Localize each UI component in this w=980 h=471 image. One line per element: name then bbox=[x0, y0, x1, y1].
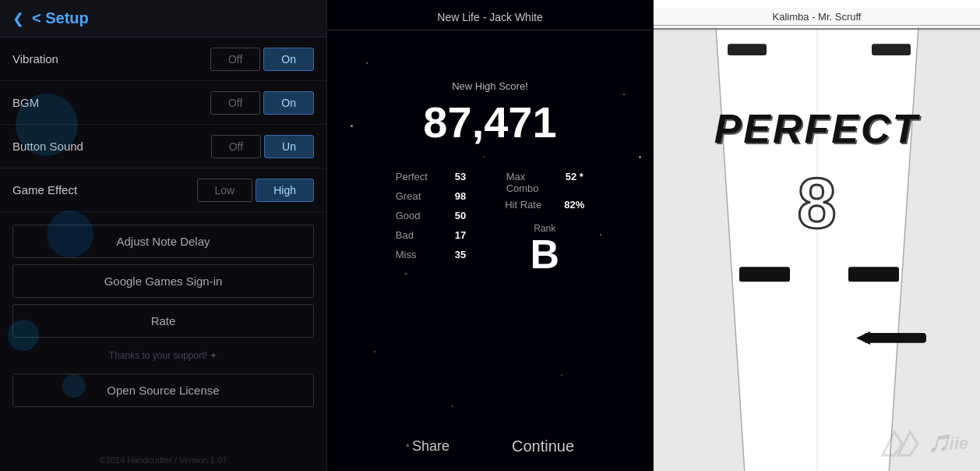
stat-perfect-label: Perfect bbox=[396, 171, 442, 182]
score-high-label: New High Score! bbox=[452, 80, 528, 92]
rate-button[interactable]: Rate bbox=[12, 304, 314, 338]
score-number: 87,471 bbox=[423, 97, 556, 147]
score-stats: Perfect 53 Great 98 Good 50 Bad 17 Miss … bbox=[327, 171, 653, 274]
stats-left-col: Perfect 53 Great 98 Good 50 Bad 17 Miss … bbox=[396, 171, 466, 274]
stat-max-combo-value: 52 * bbox=[566, 171, 583, 194]
watermark-text: 🎵iie bbox=[929, 434, 968, 454]
bgm-on-button[interactable]: On bbox=[263, 91, 314, 115]
vibration-label: Vibration bbox=[12, 52, 210, 66]
setup-title: < Setup bbox=[32, 9, 89, 27]
game-effect-low-button[interactable]: Low bbox=[197, 179, 253, 202]
vibration-row: Vibration Off On bbox=[0, 37, 326, 81]
stat-miss-value: 35 bbox=[455, 249, 466, 260]
vibration-off-button[interactable]: Off bbox=[210, 48, 260, 71]
svg-rect-6 bbox=[728, 44, 767, 55]
svg-rect-8 bbox=[739, 267, 790, 282]
stat-bad: Bad 17 bbox=[396, 229, 466, 241]
stat-bad-value: 17 bbox=[455, 229, 466, 241]
stat-hit-rate: Hit Rate 82% bbox=[505, 199, 584, 211]
watermark: 🎵iie bbox=[879, 428, 968, 459]
setup-header: ❮ < Setup bbox=[0, 0, 326, 37]
bgm-label: BGM bbox=[12, 96, 210, 109]
stat-hit-rate-value: 82% bbox=[564, 199, 584, 211]
button-sound-toggle: Off Un bbox=[211, 135, 314, 158]
button-sound-off-button[interactable]: Off bbox=[211, 135, 261, 158]
svg-rect-7 bbox=[872, 44, 911, 55]
rank-letter: B bbox=[530, 234, 559, 274]
watermark-logo bbox=[879, 428, 925, 459]
share-label: Share bbox=[412, 438, 449, 454]
stat-perfect: Perfect 53 bbox=[396, 171, 466, 182]
share-button[interactable]: Share bbox=[406, 438, 449, 455]
stat-miss-label: Miss bbox=[396, 249, 442, 260]
score-actions: Share Continue bbox=[406, 437, 574, 455]
vibration-on-button[interactable]: On bbox=[263, 48, 314, 71]
stats-right-col: Max Combo 52 * Hit Rate 82% Rank B bbox=[505, 171, 584, 274]
stat-max-combo: Max Combo 52 * bbox=[506, 171, 583, 194]
thanks-text: Thanks to your support! ✦ bbox=[0, 344, 326, 367]
stat-hit-rate-label: Hit Rate bbox=[505, 199, 552, 211]
score-panel: New Life - Jack White New High Score! 87… bbox=[327, 0, 654, 471]
stat-great-value: 98 bbox=[455, 190, 466, 202]
stat-great: Great 98 bbox=[396, 190, 466, 202]
game-title-divider bbox=[654, 25, 980, 26]
vibration-toggle: Off On bbox=[210, 48, 314, 71]
perfect-text: PERFECT bbox=[714, 105, 920, 152]
stat-great-label: Great bbox=[396, 190, 442, 202]
google-games-signin-button[interactable]: Google Games Sign-in bbox=[12, 264, 314, 298]
stat-perfect-value: 53 bbox=[455, 171, 466, 182]
stat-bad-label: Bad bbox=[396, 229, 442, 241]
bgm-off-button[interactable]: Off bbox=[210, 91, 260, 115]
score-song-title: New Life - Jack White bbox=[437, 0, 542, 27]
version-text: ©2014 Handcrafter / Version 1.07 bbox=[0, 455, 326, 465]
bgm-row: BGM Off On bbox=[0, 81, 326, 125]
adjust-note-delay-button[interactable]: Adjust Note Delay bbox=[12, 225, 314, 258]
track-svg bbox=[654, 27, 980, 471]
score-separator bbox=[327, 30, 653, 30]
svg-rect-9 bbox=[848, 267, 899, 282]
continue-button[interactable]: Continue bbox=[512, 437, 574, 455]
button-sound-on-button[interactable]: Un bbox=[264, 135, 314, 158]
track-container: PERFECT 8 bbox=[654, 27, 980, 471]
game-score-number: 8 bbox=[797, 164, 836, 244]
game-song-title: Kalimba - Mr. Scruff bbox=[654, 8, 980, 26]
open-source-license-button[interactable]: Open Source License bbox=[12, 374, 314, 407]
stat-good: Good 50 bbox=[396, 210, 466, 221]
game-panel: Kalimba - Mr. Scruff bbox=[654, 0, 980, 471]
stat-miss: Miss 35 bbox=[396, 249, 466, 260]
stat-good-label: Good bbox=[396, 210, 442, 221]
stat-good-value: 50 bbox=[455, 210, 466, 221]
game-effect-row: Game Effect Low High bbox=[0, 168, 326, 212]
game-effect-high-button[interactable]: High bbox=[256, 179, 314, 202]
rank-container: Rank B bbox=[530, 223, 559, 274]
game-effect-toggle: Low High bbox=[197, 179, 314, 202]
button-sound-label: Button Sound bbox=[12, 140, 211, 153]
bgm-toggle: Off On bbox=[210, 91, 314, 115]
back-button[interactable]: ❮ bbox=[12, 10, 24, 27]
svg-rect-10 bbox=[864, 333, 926, 343]
game-effect-label: Game Effect bbox=[12, 183, 197, 197]
stat-max-combo-label: Max Combo bbox=[506, 171, 553, 194]
button-sound-row: Button Sound Off Un bbox=[0, 125, 326, 168]
setup-panel: ❮ < Setup Vibration Off On BGM Off On Bu… bbox=[0, 0, 327, 471]
